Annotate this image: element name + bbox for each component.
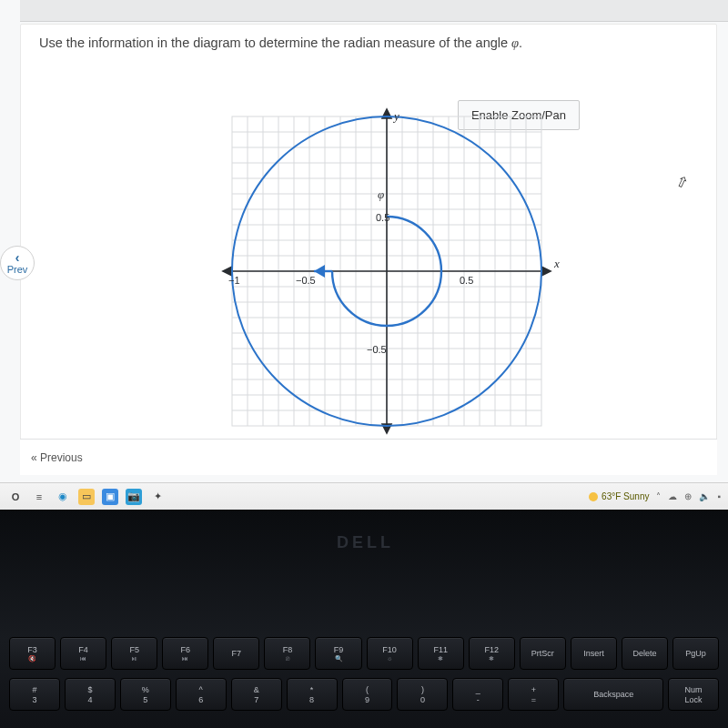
- keyboard-function-row: F3🔇F4⏮F5⏯F6⏭F7F8⎚F9🔍F10☼F11✱F12✱PrtScrIn…: [9, 637, 719, 670]
- svg-text:y: y: [392, 109, 399, 123]
- key-pgup[interactable]: PgUp: [672, 637, 719, 670]
- svg-marker-47: [314, 265, 325, 278]
- tray-vol-icon[interactable]: 🔈: [699, 491, 710, 501]
- weather-text: 63°F Sunny: [602, 491, 649, 501]
- chevron-left-icon: ‹: [15, 251, 20, 264]
- browser-tab-bar: [20, 0, 728, 22]
- key-9[interactable]: (9: [342, 678, 393, 711]
- key-f11[interactable]: F11✱: [418, 637, 464, 670]
- edge-icon[interactable]: ◉: [55, 489, 71, 505]
- prev-label: Prev: [7, 265, 28, 275]
- start-icon[interactable]: O: [7, 489, 24, 505]
- key-f12[interactable]: F12✱: [469, 637, 515, 670]
- polar-diagram: y x φ 0.5 −0.5 −1 0.5 −0.5: [168, 98, 569, 444]
- key-8[interactable]: *8: [287, 678, 338, 711]
- svg-text:−1: −1: [228, 275, 240, 286]
- question-suffix: .: [519, 35, 522, 50]
- tray-chevron-icon[interactable]: ˄: [656, 491, 661, 501]
- key-lock[interactable]: NumLock: [668, 678, 719, 711]
- svg-text:0.5: 0.5: [460, 275, 473, 286]
- app-icon-3[interactable]: ✦: [149, 489, 166, 505]
- key-f6[interactable]: F6⏭: [162, 637, 208, 670]
- svg-marker-40: [541, 267, 551, 276]
- tray-batt-icon[interactable]: ▪: [717, 491, 721, 501]
- question-prefix: Use the information in the diagram to de…: [39, 35, 511, 50]
- previous-link[interactable]: « Previous: [31, 451, 83, 464]
- key-f4[interactable]: F4⏮: [60, 637, 106, 670]
- key-f3[interactable]: F3🔇: [9, 637, 56, 670]
- weather-widget[interactable]: 63°F Sunny: [589, 491, 649, 501]
- key-delete[interactable]: Delete: [622, 637, 668, 670]
- key-3[interactable]: #3: [9, 678, 60, 711]
- key-0[interactable]: )0: [397, 678, 448, 711]
- app-icon-1[interactable]: ▣: [102, 489, 118, 505]
- laptop-brand: DELL: [337, 533, 394, 552]
- key-backspace[interactable]: Backspace: [563, 678, 663, 711]
- key--[interactable]: _-: [452, 678, 503, 711]
- key-4[interactable]: $4: [65, 678, 116, 711]
- app-icon-2[interactable]: 📷: [126, 489, 142, 505]
- svg-text:−0.5: −0.5: [367, 344, 387, 355]
- explorer-icon[interactable]: ▭: [78, 489, 95, 505]
- key-f7[interactable]: F7: [213, 637, 259, 670]
- key-5[interactable]: %5: [120, 678, 171, 711]
- svg-text:−0.5: −0.5: [296, 275, 316, 286]
- tray-cloud-icon[interactable]: ☁: [668, 491, 677, 501]
- key-f9[interactable]: F9🔍: [315, 637, 361, 670]
- windows-taskbar: O ≡ ◉ ▭ ▣ 📷 ✦ 63°F Sunny ˄ ☁ ⊕ 🔈 ▪: [0, 482, 728, 510]
- tray-net-icon[interactable]: ⊕: [684, 491, 692, 501]
- svg-text:φ: φ: [378, 187, 384, 201]
- sun-icon: [589, 492, 598, 501]
- question-text: Use the information in the diagram to de…: [39, 35, 698, 51]
- key-f10[interactable]: F10☼: [367, 637, 413, 670]
- svg-text:0.5: 0.5: [376, 212, 389, 223]
- svg-text:x: x: [553, 257, 560, 270]
- key-=[interactable]: +=: [508, 678, 559, 711]
- phi-symbol: φ: [511, 35, 519, 50]
- key-insert[interactable]: Insert: [571, 637, 617, 670]
- laptop-deck: DELL F3🔇F4⏮F5⏯F6⏭F7F8⎚F9🔍F10☼F11✱F12✱Prt…: [0, 510, 728, 728]
- taskview-icon[interactable]: ≡: [31, 489, 47, 505]
- bottom-toolbar: « Previous: [20, 439, 717, 475]
- question-panel: Use the information in the diagram to de…: [20, 24, 717, 451]
- keyboard-number-row: #3$4%5^6&7*8(9)0_-+=BackspaceNumLock: [9, 678, 719, 711]
- key-prtscr[interactable]: PrtScr: [520, 637, 566, 670]
- key-f8[interactable]: F8⎚: [264, 637, 310, 670]
- key-7[interactable]: &7: [231, 678, 282, 711]
- prev-button[interactable]: ‹ Prev: [0, 246, 35, 280]
- key-f5[interactable]: F5⏯: [111, 637, 157, 670]
- key-6[interactable]: ^6: [176, 678, 227, 711]
